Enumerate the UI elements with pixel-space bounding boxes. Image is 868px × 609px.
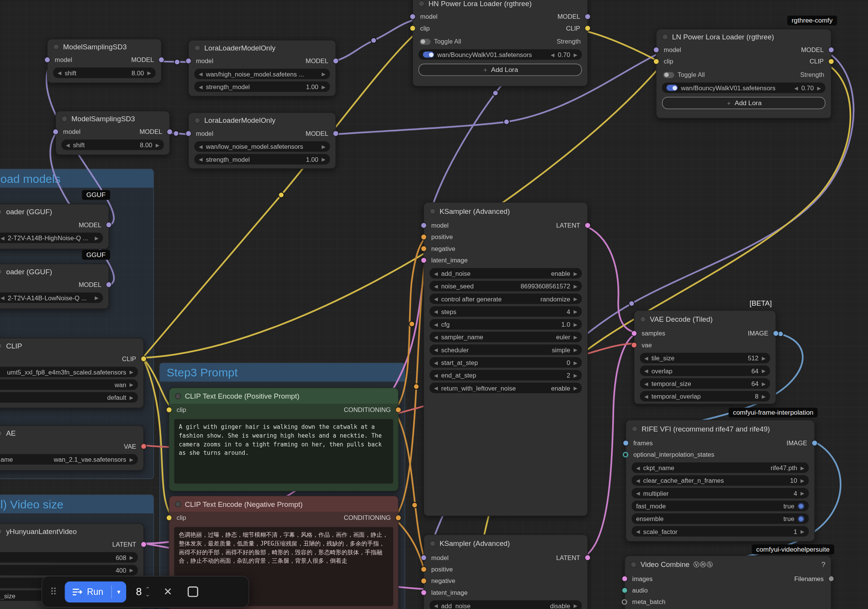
stepper-right-icon[interactable]: ▶ <box>800 529 804 534</box>
help-icon[interactable]: ? <box>821 560 825 568</box>
stepper-right-icon[interactable]: ▶ <box>574 321 577 327</box>
stepper-right-icon[interactable]: ▶ <box>574 283 577 288</box>
group-step3-prompt-titlebar[interactable]: Step3 Prompt <box>160 363 405 382</box>
input-port-positive[interactable] <box>421 234 427 240</box>
reroute-dot[interactable] <box>412 502 417 508</box>
reroute-dot[interactable] <box>629 301 634 306</box>
widget-ensemble[interactable]: ensembletrue <box>632 513 809 524</box>
collapse-dot-icon[interactable] <box>194 45 200 51</box>
widget-scheduler[interactable]: ◀schedulersimple▶ <box>429 344 582 355</box>
stepper-left-icon[interactable]: ◀ <box>0 235 4 241</box>
lora-row[interactable]: wan/BouncyWalkV01.safetensors ◀ 0.70 ▶ <box>418 49 582 60</box>
node-titlebar[interactable]: oader (GGUF) <box>0 204 109 219</box>
widget-clip-type[interactable]: wan ▶ <box>0 379 138 390</box>
widget-strength-model[interactable]: ◀ strength_model 1.00 ▶ <box>194 154 330 164</box>
input-port-clip[interactable] <box>653 58 659 64</box>
output-port-image[interactable] <box>811 440 818 446</box>
stepper-right-icon[interactable]: ▶ <box>130 457 133 462</box>
stepper-right-icon[interactable]: ▶ <box>322 71 325 77</box>
input-port-model[interactable] <box>421 222 427 228</box>
reroute-dot[interactable] <box>278 192 284 197</box>
stepper-right-icon[interactable]: ▶ <box>574 334 577 340</box>
stepper-left-icon[interactable]: ◀ <box>434 270 438 276</box>
collapse-dot-icon[interactable] <box>631 561 637 567</box>
collapse-dot-icon[interactable] <box>62 116 68 122</box>
widget-tile-size[interactable]: ◀tile_size512▶ <box>640 353 770 363</box>
group-load-models-titlebar[interactable]: Load models <box>0 169 153 188</box>
collapse-dot-icon[interactable] <box>0 268 2 274</box>
node-ln-power-lora-loader[interactable]: LN Power Lora Loader (rgthree) model MOD… <box>656 29 832 119</box>
stepper-left-icon[interactable]: ◀ <box>636 490 640 496</box>
widget-noise-seed[interactable]: ◀noise_seed86993608561572▶ <box>429 281 582 291</box>
stepper-left-icon[interactable]: ◀ <box>434 373 438 378</box>
input-port-model[interactable] <box>185 58 192 64</box>
node-loraloader-2[interactable]: LoraLoaderModelOnly model MODEL ◀ wan/lo… <box>188 112 336 169</box>
node-titlebar[interactable]: LoraLoaderModelOnly <box>189 113 336 127</box>
widget-add-noise[interactable]: ◀add_noisedisable▶ <box>429 600 582 609</box>
node-titlebar[interactable]: LN Power Lora Loader (rgthree) <box>657 29 831 44</box>
widget-temporal-size[interactable]: ◀temporal_size64▶ <box>640 378 770 389</box>
stepper-left-icon[interactable]: ◀ <box>551 52 554 57</box>
stepper-right-icon[interactable]: ▶ <box>762 394 766 399</box>
stepper-right-icon[interactable]: ▶ <box>147 70 151 75</box>
lora-toggle-switch[interactable] <box>666 85 678 91</box>
reroute-dot[interactable] <box>504 119 509 124</box>
widget-strength-model[interactable]: ◀ strength_model 1.00 ▶ <box>194 81 330 92</box>
widget-multiplier[interactable]: ◀multiplier4▶ <box>632 488 809 498</box>
output-port-filenames[interactable] <box>828 575 834 581</box>
toggle-all-switch[interactable] <box>419 39 431 45</box>
node-video-combine[interactable]: Video Combine ⓋⒽⓈ ? images Filenames aud… <box>624 555 831 609</box>
collapse-dot-icon[interactable] <box>0 528 2 534</box>
widget-ckpt-name[interactable]: ◀ckpt_namerife47.pth▶ <box>632 462 809 473</box>
stepper-right-icon[interactable]: ▶ <box>574 270 577 276</box>
node-titlebar[interactable]: CLIP Text Encode (Negative Prompt) <box>169 496 398 512</box>
collapse-dot-icon[interactable] <box>640 316 646 322</box>
node-rife-vfi[interactable]: RIFE VFI (recommend rife47 and rife49) f… <box>626 420 815 541</box>
widget-lora-name[interactable]: ◀ wan/high_noise_model.safetens ... ▶ <box>194 69 330 80</box>
collapse-dot-icon[interactable] <box>662 34 668 40</box>
stepper-right-icon[interactable]: ▶ <box>574 385 577 391</box>
widget-unet-name[interactable]: ◀ 2-T2V-A14B-HighNoise-Q ... ▶ <box>0 233 103 243</box>
stepper-left-icon[interactable]: ◀ <box>434 334 438 340</box>
node-unet-loader-gguf-1[interactable]: oader (GGUF) MODEL ◀ 2-T2V-A14B-HighNois… <box>0 204 109 249</box>
widget-sampler-name[interactable]: ◀sampler_nameeuler▶ <box>429 332 582 342</box>
lora-toggle-switch[interactable] <box>423 52 434 58</box>
input-port-positive[interactable] <box>421 566 427 572</box>
node-vae-loader[interactable]: AE VAE ame wan_2.1_vae.safetensors ▶ <box>0 425 144 471</box>
count-steppers[interactable]: ⌃⌄ <box>145 587 150 597</box>
output-port-model[interactable] <box>333 130 339 136</box>
add-lora-button[interactable]: ＋ Add Lora <box>662 97 825 109</box>
stepper-right-icon[interactable]: ▶ <box>574 360 577 365</box>
output-port-model[interactable] <box>158 57 164 63</box>
stepper-left-icon[interactable]: ◀ <box>199 71 203 77</box>
stepper-left-icon[interactable]: ◀ <box>794 85 798 90</box>
output-port-model[interactable] <box>167 129 173 135</box>
output-port-clip[interactable] <box>828 58 834 64</box>
collapse-dot-icon[interactable] <box>632 426 638 432</box>
stepper-right-icon[interactable]: ▶ <box>95 295 99 300</box>
stepper-right-icon[interactable]: ▶ <box>322 84 325 89</box>
stepper-right-icon[interactable]: ▶ <box>322 144 325 149</box>
stepper-left-icon[interactable]: ◀ <box>434 283 438 288</box>
stepper-left-icon[interactable]: ◀ <box>644 381 648 386</box>
node-titlebar[interactable]: KSampler (Advanced) <box>424 203 587 219</box>
output-port-conditioning[interactable] <box>395 407 401 413</box>
widget-lora-name[interactable]: ◀ wan/low_noise_model.safetensors ▶ <box>194 141 330 152</box>
node-titlebar[interactable]: ModelSamplingSD3 <box>56 111 169 126</box>
stepper-right-icon[interactable]: ▶ <box>574 373 577 378</box>
toggle-on-icon[interactable] <box>798 515 804 522</box>
stepper-left-icon[interactable]: ◀ <box>199 84 203 89</box>
run-button[interactable]: Run ▾ <box>65 581 126 602</box>
input-port-latent-image[interactable] <box>421 589 427 595</box>
stepper-left-icon[interactable]: ◀ <box>434 385 438 391</box>
stepper-left-icon[interactable]: ◀ <box>0 295 4 300</box>
positive-prompt-textarea[interactable]: A girl with ginger hair is walking down … <box>174 418 394 484</box>
output-port-image[interactable] <box>773 330 779 336</box>
node-titlebar[interactable]: RIFE VFI (recommend rife47 and rife49) <box>626 420 814 437</box>
input-port-clip[interactable] <box>410 25 416 31</box>
widget-device[interactable]: default ▶ <box>0 392 138 403</box>
output-port-vae[interactable] <box>141 443 147 449</box>
collapse-dot-icon[interactable] <box>0 208 2 215</box>
batch-count-value[interactable]: 8 <box>136 586 142 598</box>
node-titlebar[interactable]: HN Power Lora Loader (rgthree) <box>413 0 587 11</box>
